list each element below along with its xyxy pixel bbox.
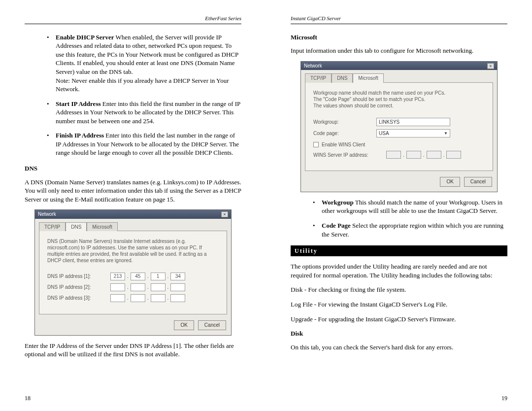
wins-ip-input: . . . xyxy=(386,151,461,159)
dns-row-2: DNS IP address [2]: . . . xyxy=(47,283,219,291)
ip-seg xyxy=(427,151,441,159)
bullet-label: Code Page xyxy=(322,222,351,229)
dns-heading: DNS xyxy=(25,164,241,173)
bullet-label: Finish IP Address xyxy=(56,132,104,139)
bullet-start-ip: Start IP Address Enter into this field t… xyxy=(47,100,241,126)
ip-seg[interactable] xyxy=(110,294,125,302)
dialog-titlebar[interactable]: Network × xyxy=(35,210,231,219)
bullet-enable-dhcp: Enable DHCP Server When enabled, the Ser… xyxy=(47,33,241,94)
bullet-label: Enable DHCP Server xyxy=(56,34,114,41)
dns-row-1: DNS IP address [1]: 213. 45. 1. 34 xyxy=(47,273,219,280)
bullet-note: Note: Never enable this if you already h… xyxy=(56,77,229,93)
page-number: 19 xyxy=(501,394,507,402)
ip-seg[interactable] xyxy=(170,283,185,291)
ip-seg[interactable] xyxy=(151,294,166,302)
utility-heading-bar: Utility xyxy=(291,245,507,256)
bullet-codepage: Code Page Select the appropriate region … xyxy=(313,221,507,239)
microsoft-bullet-list: Workgroup This should match the name of … xyxy=(313,198,507,239)
disk-paragraph: On this tab, you can check the Server's … xyxy=(291,343,507,352)
codepage-select[interactable]: USA ▼ xyxy=(376,129,450,137)
workgroup-label: Workgroup: xyxy=(313,119,372,126)
utility-line-disk: Disk - For checking or fixing the file s… xyxy=(291,285,507,294)
tab-dns[interactable]: DNS xyxy=(332,73,353,83)
wins-checkbox-label: Enable WINS Client xyxy=(322,141,365,148)
ok-button[interactable]: OK xyxy=(440,177,460,187)
workgroup-row: Workgroup: LINKSYS xyxy=(313,118,485,126)
ip-seg[interactable] xyxy=(131,283,145,291)
dns-paragraph: A DNS (Domain Name Server) translates na… xyxy=(25,178,241,204)
tab-tcpip[interactable]: TCP/IP xyxy=(305,73,332,83)
page-18: EtherFast Series Enable DHCP Server When… xyxy=(0,0,266,411)
ip-input-1[interactable]: 213. 45. 1. 34 xyxy=(110,273,185,280)
chevron-down-icon: ▼ xyxy=(444,130,448,137)
dialog-title: Network xyxy=(304,63,322,69)
ip-input-2[interactable]: . . . xyxy=(110,283,185,291)
dialog-help-text: DNS (Domain Name Servers) translate Inte… xyxy=(47,238,219,264)
page-number: 18 xyxy=(25,394,31,402)
dialog-help-text: Workgroup name should match the name use… xyxy=(313,90,485,109)
dns-after-paragraph: Enter the IP Address of the Server under… xyxy=(25,342,241,359)
microsoft-heading: Microsoft xyxy=(291,33,507,42)
codepage-label: Code page: xyxy=(313,130,372,137)
cancel-button[interactable]: Cancel xyxy=(198,320,226,330)
dialog-tabs: TCP/IP DNS Microsoft xyxy=(35,219,231,231)
bullet-label: Workgroup xyxy=(322,199,354,206)
dns-label-3: DNS IP address [3]: xyxy=(47,295,106,302)
tab-tcpip[interactable]: TCP/IP xyxy=(39,222,66,232)
ip-seg[interactable] xyxy=(151,283,166,291)
ip-seg[interactable] xyxy=(110,283,125,291)
network-microsoft-dialog: Network × TCP/IP DNS Microsoft Workgroup… xyxy=(300,61,498,192)
ip-seg[interactable]: 45 xyxy=(131,273,145,280)
dialog-body: Workgroup name should match the name use… xyxy=(305,82,493,171)
bullet-workgroup: Workgroup This should match the name of … xyxy=(313,198,507,215)
network-dns-dialog: Network × TCP/IP DNS Microsoft DNS (Doma… xyxy=(34,209,232,336)
dialog-buttons: OK Cancel xyxy=(35,318,231,335)
dialog-buttons: OK Cancel xyxy=(301,175,497,192)
ip-seg[interactable]: 213 xyxy=(110,273,125,280)
wins-ip-label: WINS Server IP address: xyxy=(313,152,382,159)
dialog-body: DNS (Domain Name Servers) translate Inte… xyxy=(39,231,227,314)
cancel-button[interactable]: Cancel xyxy=(464,177,492,187)
dialog-title: Network xyxy=(38,211,56,218)
tab-dns[interactable]: DNS xyxy=(66,222,87,232)
dns-row-3: DNS IP address [3]: . . . xyxy=(47,294,219,302)
close-icon[interactable]: × xyxy=(221,211,228,217)
tab-microsoft[interactable]: Microsoft xyxy=(87,222,118,232)
ip-seg xyxy=(406,151,421,159)
ip-seg[interactable] xyxy=(170,294,185,302)
wins-checkbox-row[interactable]: Enable WINS Client xyxy=(313,141,485,148)
ip-seg xyxy=(386,151,401,159)
microsoft-paragraph: Input information under this tab to conf… xyxy=(291,46,507,55)
wins-ip-row: WINS Server IP address: . . . xyxy=(313,151,485,159)
ip-seg[interactable]: 1 xyxy=(151,273,166,280)
bullet-finish-ip: Finish IP Address Enter into this field … xyxy=(47,131,241,157)
codepage-row: Code page: USA ▼ xyxy=(313,129,485,137)
dialog-titlebar[interactable]: Network × xyxy=(301,62,497,70)
page-header-right: Instant GigaCD Server xyxy=(291,15,507,24)
dhcp-bullet-list: Enable DHCP Server When enabled, the Ser… xyxy=(47,33,241,157)
disk-heading: Disk xyxy=(291,329,507,338)
ip-seg[interactable] xyxy=(131,294,145,302)
ip-seg xyxy=(446,151,461,159)
dns-label-2: DNS IP address [2]: xyxy=(47,284,106,291)
dialog-tabs: TCP/IP DNS Microsoft xyxy=(301,70,497,82)
ip-seg[interactable]: 34 xyxy=(170,273,185,280)
page-19: Instant GigaCD Server Microsoft Input in… xyxy=(266,0,532,411)
ip-input-3[interactable]: . . . xyxy=(110,294,185,302)
utility-paragraph: The options provided under the Utility h… xyxy=(291,262,507,279)
ok-button[interactable]: OK xyxy=(174,320,194,330)
page-header-left: EtherFast Series xyxy=(25,15,241,24)
close-icon[interactable]: × xyxy=(487,63,494,69)
workgroup-input[interactable]: LINKSYS xyxy=(376,118,450,126)
utility-line-log: Log File - For viewing the Instant GigaC… xyxy=(291,300,507,309)
checkbox-icon[interactable] xyxy=(313,142,319,147)
tab-microsoft[interactable]: Microsoft xyxy=(353,73,384,83)
utility-line-upgrade: Upgrade - For upgrading the Instant Giga… xyxy=(291,315,507,324)
bullet-label: Start IP Address xyxy=(56,100,101,107)
dns-label-1: DNS IP address [1]: xyxy=(47,273,106,280)
codepage-value: USA xyxy=(379,130,389,137)
